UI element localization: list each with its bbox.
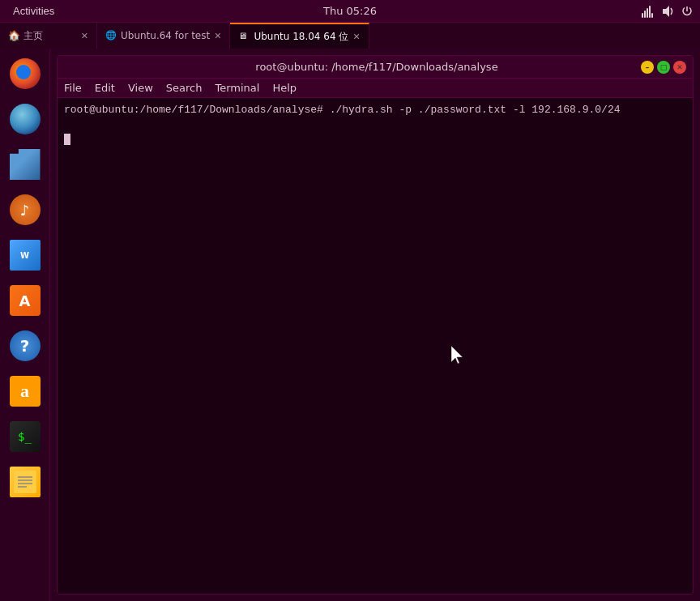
mouse-cursor [451,346,467,369]
main-layout: W A ? a $_ [0,49,700,601]
maximize-button[interactable]: □ [657,61,670,74]
top-bar-clock: Thu 05:26 [323,5,377,17]
sidebar-item-thunderbird[interactable] [3,97,47,141]
power-icon[interactable] [681,5,694,18]
top-bar: Activities Thu 05:26 [0,0,700,23]
tab-ubuntu-pos-label: Ubuntu 18.04 64 位 [254,30,348,44]
svg-marker-5 [663,6,669,17]
top-bar-right [642,5,694,18]
activities-button[interactable]: Activities [6,3,61,19]
menu-file[interactable]: File [64,82,82,94]
sidebar-item-help[interactable]: ? [3,324,47,368]
menu-terminal[interactable]: Terminal [215,82,259,94]
home-tab-icon: 🏠 [8,30,19,41]
terminal-title: root@ubuntu: /home/f117/Downloads/analys… [113,61,641,73]
sidebar-item-appstore[interactable]: A [3,279,47,322]
appstore-icon: A [10,285,41,316]
tab-ubuntu-pos-close[interactable]: ✕ [352,32,360,42]
svg-rect-3 [649,6,651,18]
win-controls: – □ ✕ [641,61,686,74]
minimize-button[interactable]: – [641,61,654,74]
menu-edit[interactable]: Edit [95,82,115,94]
top-bar-left: Activities [6,3,61,19]
menu-help[interactable]: Help [272,82,297,94]
writer-icon: W [10,240,41,271]
taskbar: 🏠 主页 ✕ 🌐 Ubuntu.64 for test ✕ 🖥 Ubuntu 1… [0,23,700,49]
firefox-icon [10,58,41,89]
terminal-tab-icon: 🖥 [238,31,250,42]
svg-rect-4 [651,13,653,18]
volume-icon[interactable] [661,5,674,18]
tab-home-label: 主页 [23,29,43,43]
sidebar-item-amazon[interactable]: a [3,369,47,413]
terminal-cursor [64,134,70,145]
tab-home-close[interactable]: ✕ [81,31,88,41]
thunderbird-icon [10,104,41,134]
help-icon: ? [10,330,41,361]
sidebar-item-terminal[interactable]: $_ [3,415,47,458]
sidebar: W A ? a $_ [0,49,50,601]
network-icon[interactable] [642,5,655,18]
terminal-command-line: root@ubuntu:/home/f117/Downloads/analyse… [64,103,686,117]
sidebar-item-notes[interactable] [3,460,47,504]
menu-view[interactable]: View [128,82,153,94]
sidebar-item-firefox[interactable] [3,52,47,96]
tab-ubuntu-test[interactable]: 🌐 Ubuntu.64 for test ✕ [97,23,230,49]
svg-rect-6 [14,471,36,493]
terminal-titlebar: root@ubuntu: /home/f117/Downloads/analys… [58,56,693,79]
menu-search[interactable]: Search [166,82,203,94]
terminal-icon: $_ [10,421,41,452]
amazon-icon: a [10,376,41,407]
files-icon [10,149,41,180]
tab-ubuntu-test-label: Ubuntu.64 for test [121,30,210,41]
terminal-body[interactable]: root@ubuntu:/home/f117/Downloads/analyse… [58,98,693,594]
terminal-container: root@ubuntu: /home/f117/Downloads/analys… [50,49,700,601]
browser-tab-icon: 🌐 [105,30,117,41]
rhythmbox-icon [10,194,41,225]
terminal-window: root@ubuntu: /home/f117/Downloads/analys… [57,55,694,595]
tab-ubuntu-pos[interactable]: 🖥 Ubuntu 18.04 64 位 ✕ [230,23,369,49]
svg-rect-2 [647,8,648,18]
tab-home[interactable]: 🏠 主页 ✕ [0,23,97,49]
sidebar-item-files[interactable] [3,143,47,186]
svg-rect-0 [642,13,643,18]
terminal-menu: File Edit View Search Terminal Help [58,79,693,98]
svg-rect-1 [644,11,646,18]
close-button[interactable]: ✕ [673,61,686,74]
sidebar-item-writer[interactable]: W [3,233,47,277]
tab-ubuntu-test-close[interactable]: ✕ [214,31,221,41]
notes-icon [10,467,41,497]
sidebar-item-rhythmbox[interactable] [3,188,47,232]
